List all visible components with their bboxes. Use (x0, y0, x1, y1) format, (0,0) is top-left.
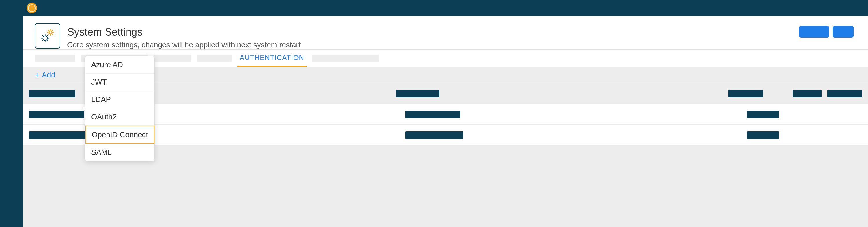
gears-icon (39, 27, 56, 44)
dropdown-item-label: LDAP (91, 95, 111, 104)
svg-line-7 (52, 30, 53, 31)
header-actions (799, 23, 857, 38)
logo-ring-icon (28, 4, 36, 12)
svg-line-16 (47, 35, 48, 36)
add-button[interactable]: + Add (35, 71, 55, 80)
dropdown-item-label: SAML (91, 148, 112, 156)
tab-placeholder[interactable] (153, 54, 191, 62)
svg-line-5 (48, 30, 49, 31)
svg-point-9 (43, 36, 48, 40)
dropdown-item-label: OAuth2 (91, 112, 117, 121)
col-header (828, 90, 862, 97)
cell-value (747, 131, 779, 139)
svg-line-6 (52, 34, 53, 35)
cell-value (747, 111, 779, 118)
add-button-label: Add (42, 71, 55, 79)
top-bar (0, 0, 868, 16)
dropdown-item-oauth2[interactable]: OAuth2 (85, 108, 154, 126)
page-subtitle: Core system settings, changes will be ap… (67, 40, 301, 49)
tab-placeholder[interactable] (312, 54, 379, 62)
tab-authentication[interactable]: AUTHENTICATION (238, 50, 307, 67)
header-text: System Settings Core system settings, ch… (67, 23, 301, 49)
page-title: System Settings (67, 26, 301, 38)
svg-point-0 (49, 31, 52, 34)
page-header: System Settings Core system settings, ch… (23, 16, 868, 50)
svg-line-8 (48, 34, 49, 35)
add-auth-dropdown: Azure AD JWT LDAP OAuth2 OpenID Connect … (85, 56, 155, 161)
dropdown-item-jwt[interactable]: JWT (85, 74, 154, 91)
tab-label: AUTHENTICATION (240, 54, 304, 62)
header-action-primary[interactable] (799, 26, 829, 38)
svg-line-14 (42, 35, 43, 36)
cell-value (29, 111, 84, 118)
cell-value (405, 131, 463, 139)
dropdown-item-openid-connect[interactable]: OpenID Connect (85, 126, 154, 144)
dropdown-item-label: JWT (91, 78, 106, 86)
plus-icon: + (35, 71, 39, 80)
tab-placeholder[interactable] (35, 54, 75, 62)
brand-logo[interactable] (27, 3, 37, 13)
col-header (29, 90, 75, 97)
dropdown-item-label: OpenID Connect (92, 130, 148, 139)
dropdown-item-saml[interactable]: SAML (85, 144, 154, 161)
col-header (793, 90, 822, 97)
col-header (728, 90, 763, 97)
svg-line-17 (42, 40, 43, 41)
page-icon-box (35, 23, 60, 48)
tab-placeholder[interactable] (197, 54, 231, 62)
svg-line-15 (47, 40, 48, 41)
col-header (396, 90, 439, 97)
header-action-secondary[interactable] (833, 26, 854, 38)
dropdown-item-label: Azure AD (91, 60, 123, 69)
cell-value (29, 131, 90, 139)
dropdown-item-ldap[interactable]: LDAP (85, 91, 154, 108)
cell-value (405, 111, 460, 118)
dropdown-item-azure-ad[interactable]: Azure AD (85, 56, 154, 74)
